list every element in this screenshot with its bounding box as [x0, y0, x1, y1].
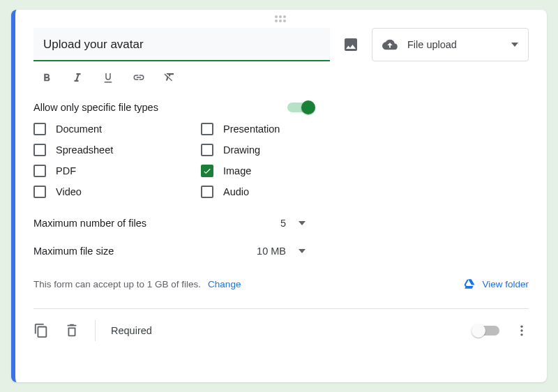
italic-button[interactable]	[71, 71, 84, 84]
card-footer: Required	[33, 309, 529, 341]
text-format-toolbar	[40, 71, 529, 84]
top-row: File upload	[33, 28, 529, 61]
allow-specific-row: Allow only specific file types	[33, 102, 312, 113]
max-size-row: Maximum file size 10 MB	[33, 246, 306, 257]
file-type-checks: DocumentSpreadsheetPDFVideo Presentation…	[33, 123, 529, 198]
question-title-input[interactable]	[33, 28, 330, 61]
delete-button[interactable]	[64, 323, 80, 338]
filetype-audio[interactable]: Audio	[201, 186, 340, 198]
copy-icon	[33, 323, 49, 338]
insert-image-button[interactable]	[342, 36, 359, 53]
checkbox-label: Video	[56, 186, 82, 197]
max-size-value: 10 MB	[257, 246, 286, 257]
cloud-upload-icon	[382, 37, 398, 52]
checkbox	[33, 123, 46, 135]
checkbox-label: Image	[223, 165, 251, 176]
checkbox	[33, 186, 46, 198]
max-size-label: Maximum file size	[33, 246, 114, 257]
duplicate-button[interactable]	[33, 323, 49, 338]
divider	[95, 320, 96, 341]
image-icon	[342, 36, 359, 53]
question-type-label: File upload	[407, 39, 457, 50]
required-label: Required	[111, 325, 152, 336]
checkbox	[201, 144, 213, 156]
checkbox	[201, 123, 213, 135]
max-size-dropdown[interactable]	[299, 249, 306, 253]
link-button[interactable]	[133, 71, 145, 84]
clear-formatting-button[interactable]	[163, 71, 176, 84]
storage-note-text: This form can accept up to 1 GB of files…	[33, 279, 201, 289]
checkbox	[201, 165, 213, 177]
checkbox-label: PDF	[56, 165, 76, 176]
more-vert-icon	[515, 324, 529, 338]
storage-note-row: This form can accept up to 1 GB of files…	[33, 278, 529, 290]
checkbox-label: Drawing	[223, 144, 260, 156]
filetype-presentation[interactable]: Presentation	[201, 123, 340, 135]
filetype-pdf[interactable]: PDF	[33, 165, 173, 177]
bold-button[interactable]	[40, 71, 53, 84]
checkbox	[33, 165, 46, 177]
question-title-wrap	[33, 28, 330, 61]
filetype-video[interactable]: Video	[33, 186, 173, 198]
svg-point-1	[520, 329, 522, 331]
filetype-spreadsheet[interactable]: Spreadsheet	[33, 144, 173, 156]
chevron-down-icon	[511, 43, 518, 47]
checkbox-label: Audio	[223, 186, 249, 197]
max-files-dropdown[interactable]	[299, 221, 306, 225]
chevron-down-icon	[299, 221, 306, 225]
drive-icon	[462, 278, 476, 290]
allow-specific-toggle[interactable]	[287, 103, 312, 112]
view-folder-label: View folder	[482, 279, 529, 289]
filetype-document[interactable]: Document	[33, 123, 173, 135]
required-toggle[interactable]	[474, 326, 499, 336]
chevron-down-icon	[299, 249, 306, 253]
max-files-value: 5	[280, 218, 286, 229]
checkbox	[201, 186, 213, 198]
checkbox-label: Presentation	[223, 123, 280, 135]
checkbox	[33, 144, 46, 156]
more-options-button[interactable]	[515, 324, 529, 338]
checkbox-label: Spreadsheet	[56, 144, 113, 156]
view-folder-link[interactable]: View folder	[462, 278, 529, 290]
allow-specific-label: Allow only specific file types	[33, 102, 158, 113]
filetype-image[interactable]: Image	[201, 165, 340, 177]
max-files-row: Maximum number of files 5	[33, 218, 306, 229]
underline-button[interactable]	[102, 71, 114, 84]
question-card: File upload Allow only specific file typ…	[11, 10, 547, 382]
checkbox-label: Document	[56, 123, 102, 135]
trash-icon	[64, 323, 80, 338]
svg-point-2	[520, 333, 522, 336]
drag-handle-icon[interactable]	[275, 15, 287, 22]
filetype-drawing[interactable]: Drawing	[201, 144, 340, 156]
question-type-select[interactable]: File upload	[372, 28, 529, 61]
change-link[interactable]: Change	[208, 279, 241, 289]
max-files-label: Maximum number of files	[33, 218, 146, 229]
svg-point-0	[520, 326, 522, 328]
